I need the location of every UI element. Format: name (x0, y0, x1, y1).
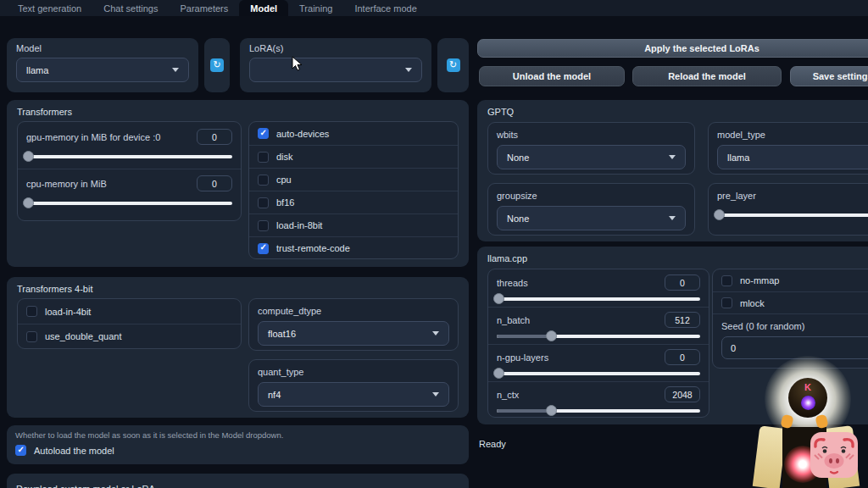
cpu-memory-value[interactable]: 0 (197, 175, 232, 191)
unload-model-button[interactable]: Unload the model (479, 66, 625, 86)
gpu-memory-value[interactable]: 0 (197, 129, 232, 145)
quant-type-dropdown[interactable]: nf4 (258, 382, 449, 407)
model-type-group: model_type llama (708, 122, 868, 175)
n-ctx-value[interactable]: 2048 (665, 386, 700, 402)
checkbox-icon[interactable] (258, 152, 269, 163)
llamacpp-panel: llama.cpp threads 0 n_batch 512 (477, 247, 868, 424)
top-tab-bar: Text generation Chat settings Parameters… (0, 0, 868, 16)
checkbox-label: cpu (276, 175, 292, 185)
compute-dtype-dropdown[interactable]: float16 (258, 321, 449, 346)
n-batch-label: n_batch (497, 315, 530, 325)
pre-layer-slider[interactable] (717, 209, 868, 220)
n-ctx-label: n_ctx (497, 390, 519, 400)
threads-label: threads (497, 278, 528, 288)
lora-refresh-icon[interactable]: ↻ (447, 58, 460, 72)
checkbox-load-in-8bit[interactable]: load-in-8bit (249, 214, 458, 236)
checkbox-label: Autoload the model (34, 446, 114, 456)
cpu-memory-label: cpu-memory in MiB (26, 179, 107, 189)
checkbox-label: load-in-4bit (45, 307, 91, 317)
model-refresh-panel: ↻ (204, 38, 230, 92)
pre-layer-group: pre_layer (708, 183, 868, 236)
slider-handle[interactable] (493, 368, 504, 379)
model-label: Model (16, 43, 189, 53)
tab-model[interactable]: Model (239, 0, 288, 16)
llamacpp-sliders-group: threads 0 n_batch 512 (487, 269, 709, 418)
checkbox-icon[interactable] (258, 197, 269, 208)
threads-value[interactable]: 0 (665, 274, 700, 291)
slider-track (26, 202, 232, 205)
transformers-4bit-title: Transformers 4-bit (17, 284, 92, 294)
n-ctx-slider[interactable] (497, 405, 700, 416)
apply-loras-button[interactable]: Apply the selected LoRAs (477, 39, 868, 58)
slider-fill (497, 409, 549, 413)
slider-handle[interactable] (493, 293, 504, 304)
n-batch-slider[interactable] (497, 330, 700, 341)
slider-track (717, 214, 868, 217)
checkbox-load-in-4bit[interactable]: load-in-4bit (18, 299, 241, 324)
llamacpp-title: llama.cpp (487, 253, 527, 263)
checkbox-icon[interactable] (258, 128, 269, 139)
checkbox-icon[interactable] (721, 275, 732, 286)
cpu-memory-slider[interactable] (26, 197, 232, 208)
checkbox-icon[interactable] (258, 175, 269, 186)
avatar-chest-glow (784, 446, 821, 483)
groupsize-group: groupsize None (487, 183, 695, 236)
transformers-checkbox-group: auto-devices disk cpu bf16 load-in-8bit … (248, 121, 459, 259)
slider-handle[interactable] (546, 330, 557, 341)
quant-type-group: quant_type nf4 (248, 359, 459, 412)
checkbox-icon[interactable] (721, 297, 732, 308)
checkbox-icon[interactable] (26, 331, 37, 342)
download-panel: Download custom model or LoRA (7, 474, 469, 488)
groupsize-label: groupsize (497, 191, 686, 201)
model-type-dropdown[interactable]: llama (717, 145, 868, 169)
reload-model-button[interactable]: Reload the model (632, 66, 782, 86)
wbits-dropdown[interactable]: None (497, 145, 686, 169)
seed-input[interactable]: 0 (721, 336, 868, 359)
checkbox-icon[interactable] (258, 220, 269, 231)
gpu-memory-slider[interactable] (26, 151, 232, 162)
checkbox-icon[interactable] (26, 306, 37, 317)
avatar-chest (782, 427, 826, 488)
slider-handle[interactable] (714, 209, 725, 220)
slider-handle[interactable] (23, 151, 34, 162)
lora-refresh-panel: ↻ (437, 38, 469, 92)
chevron-down-icon (172, 68, 179, 72)
checkbox-no-mmap[interactable]: no-mmap (713, 269, 868, 291)
n-batch-value[interactable]: 512 (665, 312, 700, 328)
checkbox-mlock[interactable]: mlock (713, 291, 868, 313)
lora-dropdown[interactable] (249, 58, 422, 82)
checkbox-use-double-quant[interactable]: use_double_quant (18, 324, 241, 348)
transformers-panel: Transformers gpu-memory in MiB for devic… (7, 100, 469, 267)
compute-dtype-label: compute_dtype (258, 306, 449, 316)
groupsize-value: None (507, 214, 529, 224)
seed-label: Seed (0 for random) (721, 321, 868, 331)
tab-chat-settings[interactable]: Chat settings (92, 0, 169, 16)
n-gpu-layers-slider[interactable] (497, 368, 700, 379)
checkbox-label: use_double_quant (45, 331, 122, 341)
checkbox-icon[interactable] (15, 445, 26, 456)
tab-training[interactable]: Training (288, 0, 343, 16)
model-refresh-icon[interactable]: ↻ (210, 58, 224, 72)
tab-text-generation[interactable]: Text generation (7, 0, 92, 16)
checkbox-autoload-model[interactable]: Autoload the model (15, 445, 460, 456)
slider-handle[interactable] (23, 197, 34, 208)
wbits-value: None (507, 152, 529, 163)
slider-fill (497, 335, 549, 338)
tab-interface-mode[interactable]: Interface mode (343, 0, 427, 16)
n-gpu-layers-value[interactable]: 0 (665, 349, 700, 365)
checkbox-cpu[interactable]: cpu (249, 168, 458, 191)
checkbox-bf16[interactable]: bf16 (249, 191, 458, 214)
slider-track (497, 297, 700, 301)
checkbox-auto-devices[interactable]: auto-devices (249, 122, 458, 145)
checkbox-label: auto-devices (276, 129, 329, 139)
threads-slider[interactable] (497, 293, 700, 304)
save-settings-button[interactable]: Save settings for this model (790, 66, 868, 86)
checkbox-icon[interactable] (258, 243, 269, 254)
wbits-label: wbits (497, 130, 686, 140)
groupsize-dropdown[interactable]: None (497, 206, 686, 230)
slider-handle[interactable] (546, 405, 557, 416)
tab-parameters[interactable]: Parameters (169, 0, 239, 16)
model-dropdown[interactable]: llama (16, 58, 189, 82)
checkbox-trust-remote-code[interactable]: trust-remote-code (249, 236, 458, 259)
checkbox-disk[interactable]: disk (249, 145, 458, 168)
